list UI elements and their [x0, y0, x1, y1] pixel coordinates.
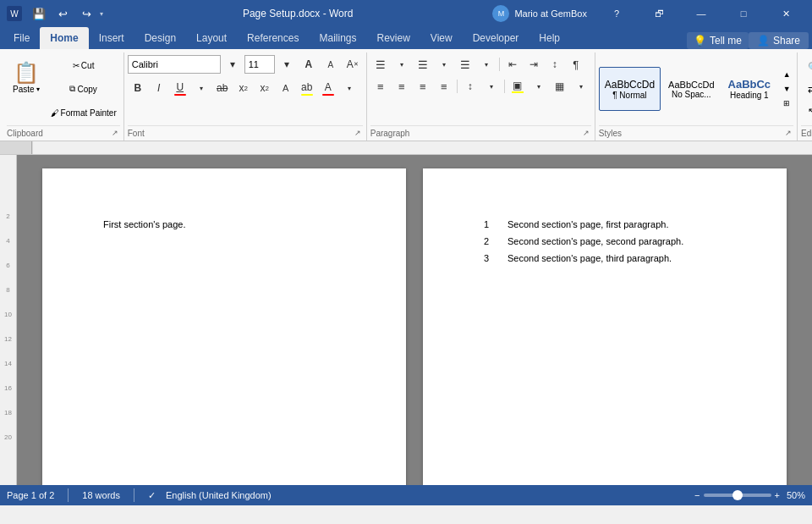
- zoom-plus-button[interactable]: +: [775, 490, 780, 500]
- style-nospace-label: No Spac...: [668, 90, 714, 99]
- align-left-button[interactable]: ≡: [370, 76, 391, 97]
- subscript-button[interactable]: x2: [233, 78, 254, 98]
- title-bar-left: W 💾 ↩ ↪ ▾: [7, 3, 103, 24]
- share-button[interactable]: 👤 Share: [749, 32, 809, 49]
- find-button[interactable]: 🔍 Find ▾: [801, 57, 812, 77]
- font-name-input[interactable]: [128, 55, 221, 74]
- styles-scroll-up[interactable]: ▲: [780, 68, 793, 81]
- shrink-font-button[interactable]: A: [321, 54, 341, 74]
- style-heading1-label: Heading 1: [728, 91, 771, 100]
- multilevel-dropdown[interactable]: ▾: [476, 54, 497, 74]
- restore-button[interactable]: 🗗: [639, 0, 678, 27]
- tab-references[interactable]: References: [237, 27, 309, 49]
- share-icon: 👤: [757, 35, 770, 47]
- strikethrough-button[interactable]: ab: [212, 78, 233, 98]
- user-name: Mario at GemBox: [514, 8, 587, 19]
- tab-help[interactable]: Help: [529, 27, 570, 49]
- shading-dropdown[interactable]: ▾: [529, 76, 549, 97]
- underline-dropdown[interactable]: ▾: [191, 78, 211, 98]
- maximize-button[interactable]: □: [724, 0, 763, 27]
- redo-button[interactable]: ↪: [76, 3, 96, 24]
- styles-scroll: ▲ ▼ ⊞: [780, 68, 793, 110]
- tab-developer[interactable]: Developer: [463, 27, 529, 49]
- underline-button[interactable]: U: [170, 78, 190, 98]
- borders-button[interactable]: ▦: [550, 76, 570, 97]
- increase-indent-button[interactable]: ⇥: [524, 54, 544, 74]
- cut-button[interactable]: ✂ Cut: [47, 54, 120, 76]
- bullet-list-button[interactable]: ☰: [370, 54, 391, 74]
- select-button[interactable]: ↖ Select ▾: [801, 101, 812, 121]
- ribbon-content: 📋 Paste ▾ ✂ Cut ⧉ Copy: [0, 49, 812, 141]
- shading-button[interactable]: ▣: [508, 76, 528, 97]
- clipboard-expand-icon[interactable]: ↗: [110, 128, 120, 138]
- justify-button[interactable]: ≡: [434, 76, 454, 97]
- style-heading1-preview: AaBbCc: [728, 78, 771, 91]
- paragraph-expand-icon[interactable]: ↗: [581, 128, 591, 138]
- font-size-input[interactable]: [244, 55, 275, 74]
- paste-dropdown-icon: ▾: [36, 85, 40, 93]
- copy-button[interactable]: ⧉ Copy: [47, 78, 120, 100]
- italic-button[interactable]: I: [149, 78, 169, 98]
- styles-expand-icon[interactable]: ↗: [783, 128, 793, 138]
- list-item: 3 Second section's page, third paragraph…: [484, 253, 736, 263]
- help-button[interactable]: ?: [597, 0, 636, 27]
- clear-format-button[interactable]: A✕: [343, 54, 363, 74]
- bold-button[interactable]: B: [128, 78, 148, 98]
- paste-button[interactable]: 📋 Paste ▾: [7, 54, 46, 100]
- zoom-minus-button[interactable]: −: [694, 490, 700, 500]
- bullet-dropdown[interactable]: ▾: [392, 54, 412, 74]
- undo-button[interactable]: ↩: [52, 3, 73, 24]
- zoom-slider-track[interactable]: [704, 494, 771, 497]
- list-text-1: Second section's page, first paragraph.: [508, 219, 668, 229]
- font-expand-icon[interactable]: ↗: [353, 128, 363, 138]
- tab-view[interactable]: View: [420, 27, 463, 49]
- grow-font-button[interactable]: A: [299, 54, 319, 74]
- replace-button[interactable]: ⇄ Replace: [801, 79, 812, 99]
- highlight-button[interactable]: ab: [297, 78, 317, 98]
- minimize-button[interactable]: —: [682, 0, 721, 27]
- style-heading1[interactable]: AaBbCc Heading 1: [722, 67, 777, 111]
- format-painter-button[interactable]: 🖌 Format Painter: [47, 102, 120, 124]
- style-normal[interactable]: AaBbCcDd ¶ Normal: [599, 67, 661, 111]
- tell-me-button[interactable]: 💡 Tell me: [687, 32, 749, 49]
- save-button[interactable]: 💾: [29, 3, 49, 24]
- show-marks-button[interactable]: ¶: [566, 54, 586, 74]
- list-text-2: Second section's page, second paragraph.: [508, 236, 683, 246]
- tab-file[interactable]: File: [3, 27, 40, 49]
- decrease-indent-button[interactable]: ⇤: [502, 54, 523, 74]
- borders-dropdown[interactable]: ▾: [571, 76, 591, 97]
- page1-content: First section's page.: [103, 219, 355, 229]
- multilevel-list-button[interactable]: ☰: [455, 54, 475, 74]
- styles-scroll-down[interactable]: ▼: [780, 82, 793, 96]
- font-name-dropdown[interactable]: ▾: [222, 54, 243, 74]
- cut-icon: ✂: [73, 61, 80, 70]
- font-color-button[interactable]: A: [318, 78, 338, 98]
- zoom-controls: − +: [694, 490, 780, 500]
- align-right-button[interactable]: ≡: [413, 76, 433, 97]
- align-center-button[interactable]: ≡: [392, 76, 412, 97]
- ribbon: File Home Insert Design Layout Reference…: [0, 27, 812, 141]
- cut-label: Cut: [81, 61, 95, 70]
- tab-home[interactable]: Home: [40, 27, 88, 49]
- styles-expand[interactable]: ⊞: [780, 97, 793, 110]
- close-button[interactable]: ✕: [766, 0, 805, 27]
- zoom-percent[interactable]: 50%: [787, 490, 805, 500]
- numbered-dropdown[interactable]: ▾: [434, 54, 454, 74]
- document-area: First section's page. 1 Second section's…: [17, 155, 812, 485]
- list-item: 1 Second section's page, first paragraph…: [484, 219, 736, 229]
- tab-layout[interactable]: Layout: [186, 27, 237, 49]
- sort-button[interactable]: ↕: [545, 54, 565, 74]
- tab-review[interactable]: Review: [366, 27, 420, 49]
- text-effects-button[interactable]: A: [276, 78, 296, 98]
- font-color-dropdown[interactable]: ▾: [339, 78, 359, 98]
- word-icon: W: [7, 6, 22, 21]
- superscript-button[interactable]: x2: [255, 78, 275, 98]
- line-spacing-dropdown[interactable]: ▾: [481, 76, 502, 97]
- tab-design[interactable]: Design: [134, 27, 186, 49]
- tab-mailings[interactable]: Mailings: [309, 27, 366, 49]
- line-spacing-button[interactable]: ↕: [460, 76, 480, 97]
- style-nospace[interactable]: AaBbCcDd No Spac...: [662, 67, 720, 111]
- font-size-dropdown[interactable]: ▾: [277, 54, 297, 74]
- tab-insert[interactable]: Insert: [89, 27, 134, 49]
- numbered-list-button[interactable]: ☰: [413, 54, 433, 74]
